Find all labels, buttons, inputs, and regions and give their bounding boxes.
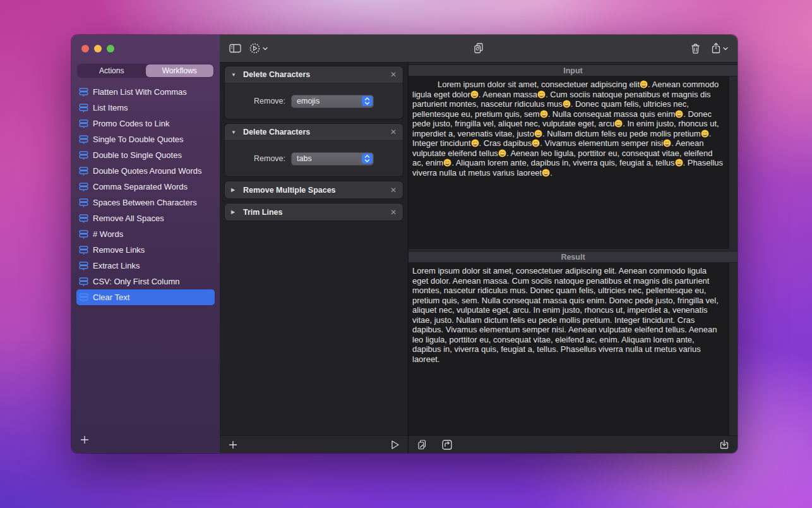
- main-area: ▼ Delete Characters ✕ Remove: emojis: [220, 35, 737, 453]
- grinning-face-emoji: [537, 90, 546, 99]
- remove-action-icon[interactable]: ✕: [390, 186, 397, 195]
- action-card-header[interactable]: ▶ Remove Multiple Spaces ✕: [225, 181, 403, 198]
- workflow-icon: [79, 119, 88, 129]
- workflow-icon: [79, 150, 88, 160]
- workflow-item-label: Spaces Between Characters: [93, 198, 197, 207]
- grinning-face-emoji: [471, 139, 479, 147]
- play-icon: [390, 440, 400, 450]
- trash-icon: [690, 43, 701, 54]
- workflow-list: Flatten List With Commas List Items Prom…: [71, 84, 220, 431]
- duplicate-workflow-button[interactable]: [471, 40, 486, 56]
- remove-action-icon[interactable]: ✕: [390, 128, 397, 136]
- run-workflow-button[interactable]: [388, 438, 402, 452]
- workflow-list-item[interactable]: Extract Links: [76, 258, 215, 274]
- action-card-title: Trim Lines: [243, 208, 385, 217]
- workflow-icon: [79, 166, 88, 176]
- remove-type-dropdown[interactable]: emojis: [291, 95, 374, 108]
- workflow-list-item[interactable]: Clear Text: [76, 289, 215, 305]
- dropdown-value: emojis: [297, 97, 319, 106]
- remove-action-icon[interactable]: ✕: [390, 208, 397, 217]
- actions-bottom-bar: [220, 435, 408, 453]
- workflow-icon: [79, 182, 88, 192]
- remove-type-dropdown[interactable]: tabs: [291, 152, 374, 166]
- grinning-face-emoji: [640, 80, 648, 88]
- action-card-body: Remove: emojis: [225, 83, 403, 119]
- zoom-window-button[interactable]: [107, 45, 114, 52]
- save-download-icon: [719, 439, 729, 450]
- workflow-list-item[interactable]: Double Quotes Around Words: [76, 163, 215, 179]
- disclosure-open-icon[interactable]: ▼: [231, 130, 237, 135]
- disclosure-closed-icon[interactable]: ▶: [231, 209, 237, 215]
- app-window: Actions Workflows Flatten List With Comm…: [71, 35, 737, 453]
- tab-workflows[interactable]: Workflows: [146, 64, 214, 77]
- workflow-icon: [79, 135, 88, 145]
- export-result-button[interactable]: [717, 437, 731, 452]
- io-bottom-bar: [409, 435, 737, 453]
- action-card-body: Remove: tabs: [225, 141, 403, 176]
- plus-icon: [228, 440, 238, 450]
- workflow-list-item[interactable]: CSV: Only First Column: [76, 274, 215, 289]
- action-card-header[interactable]: ▼ Delete Characters ✕: [225, 66, 403, 83]
- chevron-down-icon: [723, 47, 728, 51]
- workflow-list-item[interactable]: Flatten List With Commas: [76, 84, 215, 100]
- workflow-list-item[interactable]: # Words: [76, 226, 215, 242]
- workflow-icon: [79, 214, 88, 224]
- action-card-remove-multiple-spaces: ▶ Remove Multiple Spaces ✕: [225, 181, 403, 198]
- result-text: Lorem ipsum dolor sit amet, consectetuer…: [412, 266, 724, 364]
- workflow-list-item[interactable]: Single To Double Quotes: [76, 131, 215, 147]
- action-card-delete-characters-1: ▼ Delete Characters ✕ Remove: emojis: [225, 66, 403, 119]
- input-text-area[interactable]: Lorem ipsum dolor sit amet, consectetuer…: [409, 76, 729, 249]
- workflow-item-label: Flatten List With Commas: [93, 87, 187, 97]
- workflow-list-item[interactable]: List Items: [76, 100, 215, 116]
- share-button[interactable]: [709, 40, 730, 56]
- io-panel: Input Lorem ipsum dolor sit amet, consec…: [409, 63, 737, 453]
- action-card-title: Remove Multiple Spaces: [243, 186, 385, 195]
- workflow-list-item[interactable]: Spaces Between Characters: [76, 195, 215, 210]
- grinning-face-emoji: [663, 139, 671, 147]
- workflow-item-label: Remove Links: [93, 245, 145, 255]
- grinning-face-emoji: [675, 159, 683, 167]
- action-card-header[interactable]: ▶ Trim Lines ✕: [225, 203, 403, 221]
- workflow-icon: [79, 277, 88, 287]
- grinning-face-emoji: [443, 159, 451, 167]
- result-to-input-button[interactable]: [439, 437, 455, 452]
- minimize-window-button[interactable]: [94, 45, 102, 52]
- workflow-item-label: Remove All Spaces: [93, 214, 164, 223]
- tab-actions[interactable]: Actions: [78, 64, 146, 77]
- content-area: ▼ Delete Characters ✕ Remove: emojis: [220, 63, 737, 453]
- remove-field-label: Remove:: [254, 97, 285, 106]
- workflow-list-item[interactable]: Promo Codes to Link: [76, 116, 215, 131]
- plus-icon: [80, 435, 90, 445]
- sidebar-bottom-bar: [71, 431, 220, 449]
- add-workflow-button[interactable]: [78, 433, 92, 447]
- delete-workflow-button[interactable]: [688, 41, 703, 56]
- add-action-button[interactable]: [226, 438, 240, 452]
- result-text-area: Lorem ipsum dolor sit amet, consectetuer…: [409, 263, 729, 435]
- workflow-list-item[interactable]: Remove All Spaces: [76, 210, 215, 226]
- disclosure-open-icon[interactable]: ▼: [231, 72, 237, 78]
- toolbar: [220, 35, 737, 63]
- paste-clipboard-button[interactable]: [415, 437, 429, 452]
- run-options-button[interactable]: [247, 40, 270, 56]
- action-card-title: Delete Characters: [243, 128, 385, 136]
- workflow-item-label: Comma Separated Words: [93, 182, 188, 191]
- grinning-face-emoji: [498, 149, 506, 157]
- grinning-face-emoji: [542, 169, 550, 177]
- dropdown-stepper-icon: [362, 154, 373, 164]
- workflow-list-item[interactable]: Remove Links: [76, 242, 215, 258]
- remove-action-icon[interactable]: ✕: [390, 70, 397, 79]
- disclosure-closed-icon[interactable]: ▶: [231, 187, 237, 193]
- grinning-face-emoji: [701, 130, 709, 138]
- workflow-list-item[interactable]: Double to Single Quotes: [76, 147, 215, 163]
- toggle-sidebar-button[interactable]: [227, 41, 243, 56]
- close-window-button[interactable]: [81, 45, 89, 52]
- workflow-item-label: Single To Double Quotes: [93, 135, 184, 144]
- workflow-item-label: CSV: Only First Column: [93, 277, 180, 286]
- chevron-down-icon: [263, 47, 268, 51]
- workflow-item-label: Double Quotes Around Words: [93, 166, 201, 176]
- grinning-face-emoji: [532, 139, 540, 147]
- action-card-header[interactable]: ▼ Delete Characters ✕: [225, 124, 403, 141]
- input-text: Lorem ipsum dolor sit amet, consectetuer…: [412, 80, 724, 178]
- workflow-list-item[interactable]: Comma Separated Words: [76, 179, 215, 195]
- workflow-icon: [79, 293, 88, 303]
